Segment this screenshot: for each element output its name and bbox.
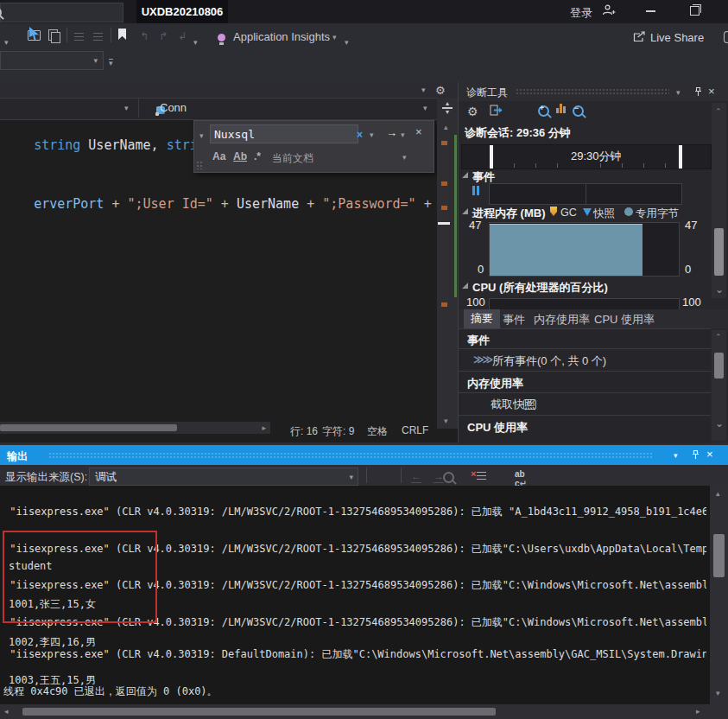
output-hscrollbar[interactable]: ◂ ▸ (0, 704, 710, 719)
scroll-annotation-mark (441, 206, 447, 210)
editor-scroll-up-icon[interactable]: ▴ (444, 124, 448, 131)
toolbar-overflow3-icon[interactable]: ▾ (109, 59, 113, 67)
output-scroll-right-icon[interactable]: ▸ (696, 708, 700, 716)
output-title: 输出 (7, 449, 28, 464)
app-insights-dropdown[interactable]: Application Insights (233, 30, 330, 43)
editor-hscroll-thumb[interactable] (0, 424, 177, 431)
live-share-icon[interactable] (633, 31, 646, 42)
scroll-annotation-mark (441, 141, 447, 145)
scope-arrow-icon[interactable]: ▾ (402, 154, 407, 162)
timeline-ruler[interactable]: 29:30分钟 (461, 144, 712, 169)
indent-decrease-icon[interactable] (74, 31, 84, 43)
editor-hscrollbar[interactable]: ▸ (0, 422, 270, 434)
tab-memory-usage[interactable]: 内存使用率 (534, 312, 590, 328)
quick-launch-search[interactable] (0, 3, 123, 22)
events-collapse-icon[interactable] (462, 172, 468, 178)
solution-configurations-combobox[interactable]: ▾ (0, 51, 104, 70)
member-dropdown[interactable]: Conn (160, 101, 187, 114)
output-close-icon[interactable]: × (706, 449, 713, 460)
find-input[interactable] (210, 124, 358, 143)
find-grip[interactable] (196, 161, 203, 169)
types-dropdown[interactable]: ▾ (0, 99, 139, 118)
find-scope-dropdown[interactable]: 当前文档 (272, 151, 313, 166)
goto-message-icon[interactable] (443, 472, 454, 483)
output-scroll-left-icon[interactable]: ◂ (4, 708, 9, 716)
split-handle-icon[interactable]: ▴ ▾ (441, 101, 453, 115)
summary-vscrollbar[interactable]: ⌃ ⌄ (712, 330, 726, 441)
indent-increase-icon[interactable] (93, 31, 103, 43)
private-bytes-marker-icon (624, 207, 633, 216)
output-window-position-icon[interactable]: ▾ (674, 452, 678, 460)
find-next-icon[interactable]: → (386, 126, 397, 139)
summary-scroll-thumb[interactable] (714, 353, 724, 379)
output-titlebar[interactable]: 输出 ▾ × (0, 445, 728, 465)
find-next-arrow-icon[interactable]: ▾ (401, 131, 405, 139)
copy-icon[interactable] (48, 29, 58, 41)
diag-scroll-up-icon[interactable]: ⌃ (715, 108, 722, 116)
next-bookmark-icon[interactable]: ↱ (159, 30, 168, 42)
output-source-select[interactable]: 调试 ▾ (89, 468, 358, 486)
clear-bookmarks-icon[interactable]: ↲ (178, 30, 187, 42)
tab-summary[interactable]: 摘要 (464, 309, 500, 328)
cpu-collapse-icon[interactable] (462, 283, 468, 289)
summary-scroll-up-icon[interactable]: ⌃ (715, 334, 722, 341)
diag-vscrollbar[interactable]: ⌃ ⌄ (712, 103, 726, 298)
student-line: student (9, 560, 96, 573)
regex-icon[interactable]: .* (254, 150, 261, 162)
memory-collapse-icon[interactable] (462, 208, 468, 214)
member-dropdown-arrow-icon[interactable]: ▾ (423, 105, 427, 112)
events-track[interactable] (489, 183, 682, 205)
match-case-icon[interactable]: Aa (212, 150, 225, 162)
signin-button[interactable]: 登录 (570, 5, 592, 21)
person-add-icon[interactable] (602, 3, 617, 17)
zoom-out-icon[interactable]: − (573, 105, 584, 117)
output-hscroll-thumb[interactable] (22, 708, 496, 716)
editor-scroll-down-icon[interactable]: ▾ (444, 417, 448, 425)
scroll-caret-mark (438, 222, 450, 225)
output-console[interactable]: "iisexpress.exe" (CLR v4.0.30319: /LM/W3… (0, 486, 710, 704)
zoom-in-icon[interactable]: + (538, 105, 549, 117)
take-snapshot-link[interactable]: 截取快照 (491, 397, 535, 412)
editor-scroll-right-icon[interactable]: ▸ (262, 424, 266, 432)
spaces-indicator[interactable]: 空格 (367, 424, 388, 439)
whole-word-icon[interactable]: Ab (233, 150, 247, 162)
find-expand-icon[interactable]: ▾ (199, 132, 204, 140)
chart-icon[interactable] (556, 104, 566, 113)
output-scroll-down-icon[interactable]: ▾ (716, 690, 720, 697)
feedback-icon[interactable] (724, 31, 728, 43)
output-scroll-up-icon[interactable]: ▴ (716, 490, 720, 498)
output-scroll-thumb[interactable] (713, 534, 725, 577)
clear-find-icon[interactable]: × (357, 129, 363, 141)
close-find-icon[interactable]: × (415, 125, 422, 138)
bookmark-overflow-icon[interactable]: ▾ (193, 39, 198, 47)
tab-events[interactable]: 事件 (503, 312, 525, 328)
eol-indicator[interactable]: CRLF (402, 424, 428, 436)
tab-cpu-usage[interactable]: CPU 使用率 (594, 312, 655, 328)
diagnostics-titlebar[interactable]: 诊断工具 ▾ × (459, 82, 728, 101)
output-pin-icon[interactable] (691, 449, 700, 460)
close-icon[interactable]: × (708, 86, 715, 97)
memory-chart (489, 222, 680, 277)
editor-collapse-icon[interactable]: ▾ (421, 86, 426, 94)
prev-bookmark-icon[interactable]: ↰ (140, 30, 149, 42)
restore-button[interactable] (690, 6, 700, 16)
window-position-icon[interactable]: ▾ (676, 89, 681, 97)
diag-scroll-down-icon[interactable]: ⌄ (715, 284, 724, 295)
summary-scroll-down-icon[interactable]: ⌄ (715, 418, 724, 429)
gear-icon[interactable]: ⚙ (435, 84, 446, 97)
clear-all-icon[interactable]: × (471, 469, 486, 481)
toolbar-overflow-icon[interactable]: ▾ (4, 39, 9, 47)
next-message-icon[interactable]: → (434, 470, 444, 483)
minimize-button[interactable] (646, 10, 655, 12)
toolbar-overflow2-icon[interactable]: ▾ (345, 39, 349, 47)
diag-scroll-thumb[interactable] (714, 228, 724, 276)
find-history-arrow-icon[interactable]: ▾ (370, 131, 374, 139)
output-vscrollbar[interactable]: ▴ ▾ (710, 486, 728, 704)
diag-settings-icon[interactable]: ⚙ (467, 105, 478, 118)
prev-message-icon[interactable]: ← (411, 470, 421, 483)
app-insights-arrow-icon[interactable]: ▾ (332, 34, 337, 41)
export-icon[interactable] (490, 105, 503, 117)
live-share-button[interactable]: Live Share (650, 31, 704, 44)
all-events-link[interactable]: 所有事件(0 个, 共 0 个) (492, 353, 606, 369)
pin-icon[interactable] (693, 86, 703, 97)
